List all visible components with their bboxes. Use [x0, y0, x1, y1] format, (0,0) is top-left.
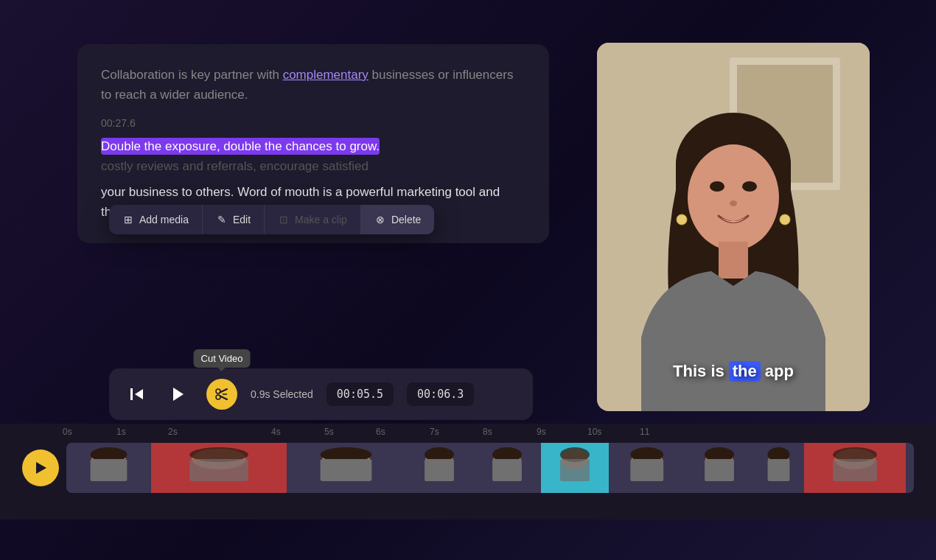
clip-segment-1[interactable] — [66, 443, 151, 493]
time-end-badge: 00:06.3 — [407, 382, 474, 406]
svg-rect-14 — [130, 388, 133, 400]
timeline-play-button[interactable] — [22, 449, 59, 486]
add-media-button[interactable]: ⊞ Add media — [109, 205, 203, 234]
svg-point-12 — [677, 214, 687, 225]
timeline-container: 0s 1s 2s 4s 5s 6s 7s 8s 9s 10s 11 — [0, 424, 936, 519]
highlight-text: Double the exposure, double the chances … — [101, 136, 525, 156]
clip-segment-6[interactable] — [685, 443, 753, 493]
video-display: This is the app — [597, 43, 870, 411]
svg-line-18 — [220, 396, 228, 400]
svg-point-13 — [780, 214, 790, 225]
video-subtitle: This is the app — [673, 361, 794, 382]
timeline-track — [15, 440, 921, 495]
ruler-mark-5s: 5s — [324, 427, 334, 437]
svg-rect-47 — [630, 459, 663, 481]
ruler-mark-2s: 2s — [168, 427, 178, 437]
delete-icon: ⊗ — [374, 214, 386, 225]
selected-label: 0.9s Selected — [251, 388, 313, 400]
subtitle-highlight-word: the — [729, 361, 761, 382]
skip-back-button[interactable] — [124, 381, 150, 407]
svg-rect-11 — [719, 242, 748, 279]
timeline-ruler: 0s 1s 2s 4s 5s 6s 7s 8s 9s 10s 11 — [7, 424, 929, 440]
make-clip-icon: ⊡ — [278, 214, 290, 225]
clip-segment-7[interactable] — [753, 443, 804, 493]
svg-point-8 — [710, 181, 724, 192]
context-menu: ⊞ Add media ✎ Edit ⊡ Make a clip ⊗ Delet… — [109, 205, 434, 234]
svg-point-7 — [688, 144, 779, 251]
svg-rect-39 — [492, 459, 522, 481]
ruler-mark-1s: 1s — [116, 427, 126, 437]
edit-icon: ✎ — [216, 214, 228, 225]
cut-button-container: Cut Video — [206, 379, 237, 410]
add-media-icon: ⊞ — [122, 214, 134, 225]
svg-rect-23 — [91, 459, 128, 481]
svg-rect-35 — [425, 459, 454, 481]
svg-rect-27 — [189, 459, 248, 481]
ruler-mark-7s: 7s — [430, 427, 439, 437]
svg-point-10 — [730, 200, 737, 206]
ruler-mark-6s: 6s — [376, 427, 385, 437]
ruler-mark-11: 11 — [640, 427, 649, 437]
make-clip-button[interactable]: ⊡ Make a clip — [265, 205, 361, 234]
svg-point-9 — [742, 181, 757, 192]
timestamp: 00:27.6 — [101, 115, 525, 131]
svg-rect-31 — [321, 459, 372, 481]
faded-text: costly reviews and referrals, encourage … — [101, 156, 525, 176]
playback-controls: Cut Video 0.9s Selected 00:05.5 00:06.3 — [109, 368, 533, 420]
clip-segment-2[interactable] — [287, 443, 405, 493]
ruler-mark-4s: 4s — [271, 427, 281, 437]
video-panel: This is the app — [597, 43, 870, 411]
clip-segment-4[interactable] — [473, 443, 541, 493]
track-clips — [66, 443, 914, 493]
ruler-mark-9s: 9s — [537, 427, 546, 437]
clip-segment-8[interactable] — [906, 443, 915, 493]
clip-segment-3[interactable] — [405, 443, 473, 493]
time-start-badge: 00:05.5 — [326, 382, 394, 406]
cut-button[interactable] — [206, 379, 237, 410]
clip-segment-red-2[interactable] — [804, 443, 906, 493]
video-content — [597, 43, 870, 411]
transcript-text-1: Collaboration is key partner with comple… — [101, 65, 525, 105]
complementary-link[interactable]: complementary — [283, 68, 369, 82]
edit-button[interactable]: ✎ Edit — [203, 205, 265, 234]
ruler-mark-8s: 8s — [483, 427, 492, 437]
clip-segment-red-1[interactable] — [151, 443, 287, 493]
svg-rect-59 — [833, 459, 877, 481]
ruler-mark-10s: 10s — [587, 427, 601, 437]
clip-segment-5[interactable] — [609, 443, 685, 493]
delete-button[interactable]: ⊗ Delete — [361, 205, 434, 234]
svg-rect-55 — [767, 459, 789, 481]
svg-rect-51 — [705, 459, 734, 481]
clip-segment-cyan[interactable] — [541, 443, 609, 493]
play-button[interactable] — [164, 379, 193, 409]
cut-tooltip: Cut Video — [194, 349, 251, 368]
svg-line-17 — [220, 389, 228, 393]
ruler-mark-0s: 0s — [63, 427, 72, 437]
svg-rect-43 — [560, 459, 590, 481]
